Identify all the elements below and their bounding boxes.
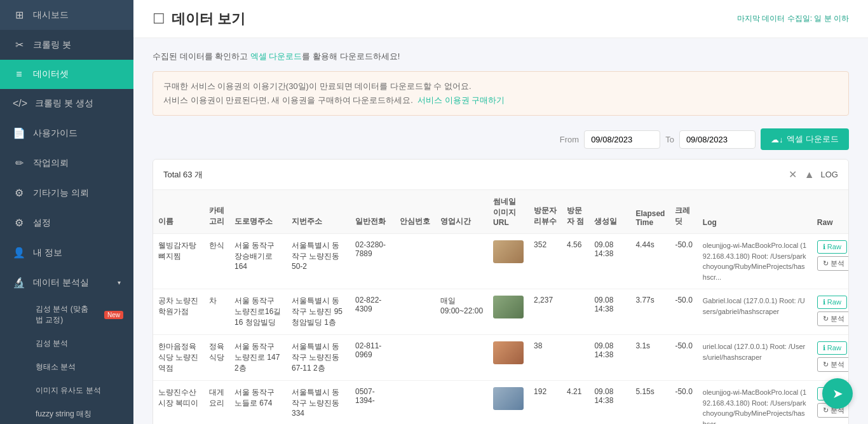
info-text-suffix: 를 활용해 다운로드하세요! (302, 51, 400, 61)
floating-action-button[interactable]: ➤ (822, 378, 853, 409)
log-label: LOG (821, 170, 838, 179)
page-title: 데이터 보기 (172, 10, 245, 29)
header-thumbnail: 썸네일이미지URL (488, 190, 529, 234)
cell-created-date: 09.08 14:38 (589, 289, 630, 335)
cell-phone: 02-3280-7889 (350, 234, 395, 289)
cell-review-count: 38 (529, 335, 562, 381)
sidebar-item-fuzzy[interactable]: fuzzy string 매칭 (25, 402, 133, 424)
last-data-notice[interactable]: 마지막 데이터 수집일: 일 분 이하 (737, 13, 849, 24)
cell-alarm (395, 289, 435, 335)
cell-hours (435, 381, 488, 424)
cell-log: oleunjjog-wi-MacBookPro.local (192.168.4… (698, 234, 812, 289)
header-visit-score: 방문자 점 (562, 190, 589, 234)
sidebar-item-label: 김성 분석 (36, 338, 123, 349)
sidebar-item-label: 크롤링 봇 (33, 39, 121, 51)
dataset-icon: ≡ (13, 69, 25, 80)
sidebar-item-data-lab[interactable]: 🔬 데이터 분석실 ▾ (0, 268, 133, 297)
sidebar-item-label: 데이터셋 (33, 69, 121, 80)
sidebar-item-other-consult[interactable]: ⚙ 기타기능 의뢰 (0, 178, 133, 208)
cell-elapsed: 4.44s (630, 234, 670, 289)
cell-credit: -50.0 (670, 335, 697, 381)
send-icon: ➤ (832, 386, 843, 401)
cell-category: 대게 요리 (204, 381, 229, 424)
cell-raw-actions: ℹ Raw ↻ 분석 (812, 234, 849, 289)
from-date-input[interactable] (584, 130, 660, 149)
sidebar-item-user-guide[interactable]: 📄 사용가이드 (0, 118, 133, 148)
table-row: 공차 노량진 학원가점 차 서울 동작구 노량진로16길 16 청암빌딩 서울특… (153, 289, 849, 335)
cell-road-addr: 서울 동작구 장승배기로 164 (229, 234, 287, 289)
sidebar-item-label: 데이터 분석실 (33, 277, 110, 289)
cell-visit-score (562, 289, 589, 335)
sidebar-item-settings[interactable]: ⚙ 설정 (0, 208, 133, 238)
excel-download-button[interactable]: ☁↓ 엑셀 다운로드 (761, 128, 849, 150)
cell-raw-actions: ℹ Raw ↻ 분석 (812, 289, 849, 335)
header-log: Log (698, 190, 812, 234)
header-elapsed: ElapsedTime (630, 190, 670, 234)
dashboard-icon: ⊞ (13, 9, 25, 21)
header-category: 카테고리 (204, 190, 229, 234)
top-bar: ☐ 데이터 보기 마지막 데이터 수집일: 일 분 이하 (133, 0, 868, 38)
close-table-button[interactable]: ✕ (787, 167, 798, 182)
service-link[interactable]: 서비스 이용권 구매하기 (417, 95, 505, 105)
raw-button[interactable]: ℹ Raw (817, 240, 847, 254)
sidebar-item-task-consult[interactable]: ✏ 작업의뢰 (0, 148, 133, 178)
cell-thumbnail (488, 234, 529, 289)
data-table: 이름 카테고리 도로명주소 지번주소 일반전화 안심번호 영업시간 썸네일이미지… (153, 190, 849, 424)
excel-download-link[interactable]: 엑셀 다운로드 (250, 51, 302, 61)
cell-hours (435, 335, 488, 381)
cell-visit-score: 4.21 (562, 381, 589, 424)
sidebar-item-label: 내 정보 (33, 247, 121, 259)
sidebar-item-bot-create[interactable]: </> 크롤링 봇 생성 (0, 89, 133, 118)
warning-line2: 서비스 이용권이 만료된다면, 새 이용권을 구매하여 다운로드하세요. (163, 95, 413, 105)
sidebar-item-label: 기타기능 의뢰 (33, 188, 121, 199)
sidebar-item-dataset[interactable]: ≡ 데이터셋 (0, 60, 133, 89)
analysis-button[interactable]: ↻ 분석 (817, 357, 849, 372)
thumbnail (493, 296, 524, 318)
cell-name: 한마음정육식당 노량진 역점 (153, 335, 204, 381)
header-name: 이름 (153, 190, 204, 234)
cell-visit-score: 4.56 (562, 234, 589, 289)
cell-created-date: 09.08 14:38 (589, 335, 630, 381)
cell-road-addr: 서울 동작구 노량진로 147 2층 (229, 335, 287, 381)
raw-button[interactable]: ℹ Raw (817, 341, 847, 355)
sidebar-item-label: fuzzy string 매칭 (36, 409, 123, 420)
thumbnail (493, 341, 524, 364)
cell-thumbnail (488, 381, 529, 424)
to-label: To (665, 135, 674, 144)
lab-icon: 🔬 (13, 277, 25, 289)
cell-category: 정육 식당 (204, 335, 229, 381)
header-created: 생성일 (589, 190, 630, 234)
sidebar-item-my-info[interactable]: 👤 내 정보 (0, 238, 133, 268)
analysis-button[interactable]: ↻ 분석 (817, 256, 849, 271)
sidebar-item-label: 크롤링 봇 생성 (35, 98, 121, 109)
cell-name: 웰빙감자탕 뼈지찜 (153, 234, 204, 289)
cell-phone: 0507-1394- (350, 381, 395, 424)
expand-button[interactable]: ▲ (803, 168, 816, 182)
cell-hours (435, 234, 488, 289)
cell-created-date: 09.08 14:38 (589, 234, 630, 289)
sidebar-item-dashboard[interactable]: ⊞ 대시보드 (0, 0, 133, 30)
sidebar-item-sentiment-fit[interactable]: 김성 분석 (맞춤법 교정) New (25, 297, 133, 332)
sidebar-item-sentiment[interactable]: 김성 분석 (25, 332, 133, 355)
cell-hours: 매일 09:00~22:00 (435, 289, 488, 335)
cell-phone: 02-811-0969 (350, 335, 395, 381)
header-alarm: 안심번호 (395, 190, 435, 234)
info-text-prefix: 수집된 데이터를 확인하고 (153, 51, 250, 61)
sidebar-item-image-analysis[interactable]: 이미지 유사도 분석 (25, 379, 133, 402)
thumbnail (493, 240, 524, 263)
table-actions: ✕ ▲ LOG (787, 167, 838, 182)
cell-thumbnail (488, 289, 529, 335)
gear-icon: ⚙ (13, 187, 25, 199)
cell-category: 차 (204, 289, 229, 335)
sidebar-item-crawler-bot[interactable]: ✂ 크롤링 봇 (0, 30, 133, 60)
total-count-label: Total 63 개 (163, 169, 203, 181)
analysis-button[interactable]: ↻ 분석 (817, 311, 849, 326)
header-road-addr: 도로명주소 (229, 190, 287, 234)
cell-category: 한식 (204, 234, 229, 289)
raw-button[interactable]: ℹ Raw (817, 296, 847, 309)
cell-review-count: 2,237 (529, 289, 562, 335)
to-date-input[interactable] (679, 130, 756, 149)
sidebar-item-form-analysis[interactable]: 형태소 분석 (25, 355, 133, 379)
table-container: Total 63 개 ✕ ▲ LOG 이름 카테고리 도로명주소 지번주소 일반… (153, 159, 849, 424)
cell-elapsed: 3.77s (630, 289, 670, 335)
